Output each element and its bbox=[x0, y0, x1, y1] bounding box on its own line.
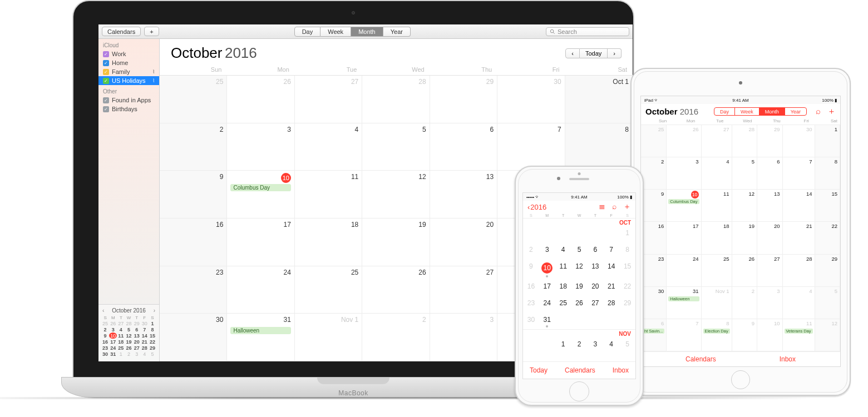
add-calendar-button[interactable]: + bbox=[144, 27, 159, 36]
prev-month-button[interactable]: ‹ bbox=[565, 48, 580, 58]
day-cell[interactable]: 3 bbox=[430, 314, 497, 361]
mini-day[interactable]: 6 bbox=[133, 326, 141, 332]
mini-day[interactable]: 1 bbox=[117, 351, 125, 357]
day-cell[interactable]: 26 bbox=[571, 296, 588, 312]
day-cell[interactable]: 2 bbox=[641, 157, 667, 190]
add-event-icon[interactable]: ＋ bbox=[827, 106, 836, 117]
day-cell[interactable]: 12 bbox=[571, 259, 588, 279]
mini-day[interactable]: 24 bbox=[109, 345, 117, 351]
day-cell[interactable]: 2 bbox=[571, 337, 588, 354]
mini-day[interactable]: 26 bbox=[125, 345, 132, 351]
mini-day[interactable]: 14 bbox=[141, 332, 149, 339]
day-cell[interactable]: Oct 1 bbox=[565, 76, 633, 123]
day-cell[interactable]: 31Halloween bbox=[667, 287, 701, 319]
mini-day[interactable]: 26 bbox=[109, 320, 117, 326]
calendars-button[interactable]: Calendars bbox=[102, 27, 141, 36]
day-cell[interactable]: 15 bbox=[815, 190, 840, 222]
mini-day[interactable]: 23 bbox=[101, 345, 109, 351]
event[interactable]: Columbus Day bbox=[230, 184, 290, 191]
view-week[interactable]: Week bbox=[320, 27, 351, 37]
mini-day[interactable]: 5 bbox=[149, 351, 156, 357]
calendar-item-us-holidays[interactable]: ✓US Holidays⌇ bbox=[98, 76, 159, 85]
mini-day[interactable]: 25 bbox=[101, 320, 109, 326]
day-cell[interactable]: 6 bbox=[757, 157, 782, 190]
day-cell[interactable]: Nov 1 bbox=[702, 287, 732, 319]
day-cell[interactable]: 11 bbox=[555, 259, 571, 279]
back-button[interactable]: ‹ 2016 bbox=[527, 203, 546, 211]
day-cell[interactable]: 28 bbox=[603, 296, 619, 312]
mini-day[interactable]: 27 bbox=[117, 320, 125, 326]
day-cell[interactable]: 25 bbox=[702, 255, 732, 287]
day-cell[interactable]: 16 bbox=[641, 222, 667, 254]
day-cell[interactable]: 30 bbox=[783, 125, 815, 157]
event[interactable]: ht Savin... bbox=[643, 329, 664, 334]
day-cell[interactable]: 3 bbox=[227, 123, 294, 171]
day-cell[interactable]: 19 bbox=[362, 219, 430, 266]
calendar-item-family[interactable]: ✓Family⌇ bbox=[98, 67, 159, 76]
ipad-view-segmented[interactable]: DayWeekMonthYear bbox=[714, 107, 807, 116]
day-cell[interactable]: 29 bbox=[757, 125, 782, 157]
day-cell[interactable]: 8 bbox=[815, 157, 840, 190]
day-cell[interactable]: 13 bbox=[757, 190, 782, 222]
day-cell[interactable]: 23 bbox=[160, 266, 227, 314]
mini-day[interactable]: 3 bbox=[109, 326, 117, 332]
event[interactable]: Election Day bbox=[703, 329, 730, 334]
mini-day[interactable]: 25 bbox=[117, 345, 125, 351]
day-cell[interactable]: 28 bbox=[783, 255, 815, 287]
day-cell[interactable]: 10Columbus Day bbox=[227, 171, 294, 219]
day-cell[interactable]: 31Halloween bbox=[227, 314, 294, 361]
event[interactable]: Halloween bbox=[668, 296, 699, 301]
calendar-item-found-in-apps[interactable]: ✓Found in Apps bbox=[98, 96, 159, 105]
day-cell[interactable]: 3 bbox=[757, 287, 782, 319]
day-cell[interactable]: 11 bbox=[702, 190, 732, 222]
search-icon[interactable]: ⌕ bbox=[612, 202, 617, 212]
view-year[interactable]: Year bbox=[383, 27, 411, 37]
mini-day[interactable]: 31 bbox=[109, 351, 117, 357]
day-cell[interactable]: 8 bbox=[619, 242, 635, 259]
day-cell[interactable]: 8 bbox=[565, 123, 633, 171]
iphone-home-button[interactable] bbox=[569, 381, 589, 401]
day-cell[interactable]: 19 bbox=[732, 222, 757, 254]
list-view-icon[interactable]: ≣ bbox=[599, 202, 605, 212]
mini-day[interactable]: 30 bbox=[101, 351, 109, 357]
calendars-link[interactable]: Calendars bbox=[565, 366, 595, 374]
calendar-item-home[interactable]: ✓Home bbox=[98, 58, 159, 67]
mini-day[interactable]: 2 bbox=[125, 351, 132, 357]
mini-day[interactable]: 13 bbox=[133, 332, 141, 339]
mini-day[interactable]: 21 bbox=[141, 339, 149, 345]
day-cell[interactable]: 10 bbox=[539, 259, 555, 279]
view-year[interactable]: Year bbox=[785, 108, 806, 115]
mini-day[interactable]: 28 bbox=[125, 320, 132, 326]
day-cell[interactable]: 23 bbox=[641, 255, 667, 287]
day-cell[interactable]: 9 bbox=[641, 190, 667, 222]
day-cell[interactable]: 5 bbox=[571, 242, 588, 259]
day-cell[interactable]: 12 bbox=[362, 171, 430, 219]
day-cell[interactable]: 16 bbox=[523, 279, 539, 296]
mini-day[interactable]: 18 bbox=[117, 339, 125, 345]
day-cell[interactable]: 18 bbox=[555, 279, 571, 296]
day-cell[interactable]: Nov 1 bbox=[295, 314, 362, 361]
day-cell[interactable]: 25 bbox=[160, 76, 227, 123]
view-day[interactable]: Day bbox=[714, 108, 734, 115]
day-cell[interactable]: 10Columbus Day bbox=[667, 190, 701, 222]
day-cell[interactable]: 3 bbox=[667, 157, 701, 190]
day-cell[interactable]: 3 bbox=[539, 242, 555, 259]
mini-day[interactable]: 22 bbox=[149, 339, 156, 345]
inbox-link[interactable]: Inbox bbox=[613, 366, 629, 374]
day-cell[interactable]: 6ht Savin... bbox=[641, 319, 667, 351]
add-event-icon[interactable]: ＋ bbox=[623, 202, 631, 212]
day-cell[interactable]: 27 bbox=[702, 125, 732, 157]
mini-day[interactable]: 8 bbox=[149, 326, 156, 332]
day-cell[interactable]: 30 bbox=[160, 314, 227, 361]
day-cell[interactable]: 11Veterans Day bbox=[783, 319, 815, 351]
day-cell[interactable]: 27 bbox=[295, 76, 362, 123]
day-cell[interactable]: 17 bbox=[667, 222, 701, 254]
day-cell[interactable]: 15 bbox=[619, 259, 635, 279]
day-cell[interactable]: 31 bbox=[539, 312, 555, 329]
day-cell[interactable]: 24 bbox=[667, 255, 701, 287]
day-cell[interactable]: 22 bbox=[619, 279, 635, 296]
day-cell[interactable]: 21 bbox=[603, 279, 619, 296]
mini-day[interactable]: 3 bbox=[133, 351, 141, 357]
day-cell[interactable]: 19 bbox=[571, 279, 588, 296]
mini-day[interactable]: 28 bbox=[141, 345, 149, 351]
